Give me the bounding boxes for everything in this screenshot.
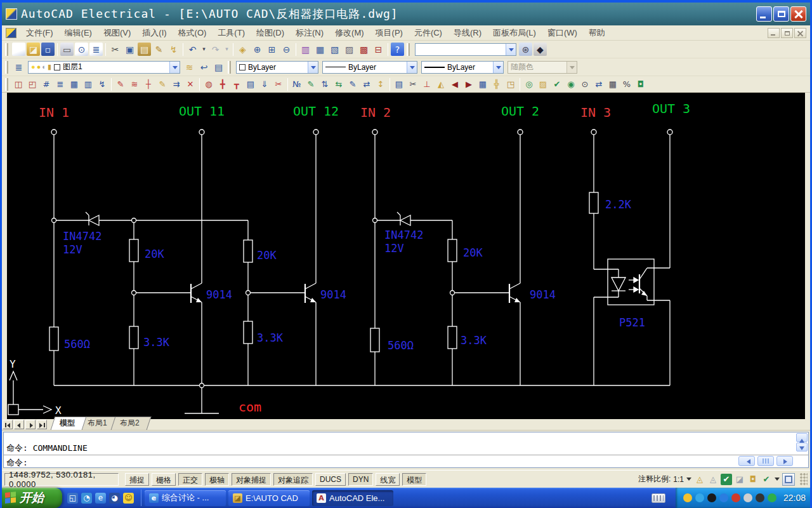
task-forum[interactable]: e 综合讨论 - ... [145,490,226,506]
ae-retag-icon[interactable]: ✔ [551,78,563,91]
doc-close-button[interactable] [794,28,806,38]
sheetset-manager-icon[interactable]: ▨ [343,43,356,56]
toggle-grid[interactable]: 栅格 [152,473,176,486]
toggle-ducs[interactable]: DUCS [315,473,346,486]
menu-component[interactable]: 元件(C) [409,25,448,41]
menu-help[interactable]: 帮助 [583,25,611,41]
performance-cube-icon[interactable]: ◪ [734,474,745,485]
ae-project-manager-icon[interactable]: ◫ [12,78,25,91]
task-autocad[interactable]: A AutoCAD Ele... [312,490,393,506]
chevron-down-icon[interactable] [407,62,417,73]
paste-icon[interactable]: ▤ [138,43,151,56]
scroll-right-button[interactable] [776,456,793,466]
tab-layout2[interactable]: 布局2 [110,417,151,430]
ae-flip-wire-number-icon[interactable]: ↕ [374,78,387,91]
pointer-icon[interactable] [756,493,764,502]
first-tab-button[interactable] [3,420,13,429]
ae-stretch-wire-icon[interactable]: ⇉ [170,78,183,91]
task-explorer[interactable]: ◪ E:\AUTO CAD [228,490,310,506]
redo-icon[interactable]: ↷ [209,43,222,56]
redo-flyout-icon[interactable]: ▾ [223,43,230,56]
ae-edit-wire-number-icon[interactable]: ✎ [304,78,317,91]
ae-component-list-icon[interactable]: ▤ [393,78,405,91]
pan-icon[interactable]: ◈ [236,43,249,56]
ae-panel-grid-icon[interactable]: ╬ [490,78,503,91]
restore-button[interactable] [773,6,789,22]
match-properties-icon[interactable]: ✎ [152,43,166,56]
command-scrollbar[interactable] [796,433,808,452]
menu-edit[interactable]: 编辑(E) [59,25,98,41]
ae-trim-wire-icon[interactable]: ✕ [184,78,197,91]
toggle-snap[interactable]: 捕捉 [125,473,149,486]
layer-previous-icon[interactable]: ↩ [197,60,211,74]
chevron-down-icon[interactable] [308,62,318,73]
cut-icon[interactable]: ✂ [108,43,122,56]
new-icon[interactable] [12,43,25,56]
quickcalc-icon[interactable]: ⊟ [372,43,385,56]
toolbar-grip[interactable] [5,43,8,56]
save-icon[interactable]: ▫ [41,43,55,56]
trusted-dwg-icon[interactable]: ✔ [721,474,732,485]
qq-icon[interactable] [707,493,716,502]
menu-file[interactable]: 文件(F) [20,25,59,41]
menu-insert[interactable]: 插入(I) [136,25,172,41]
ae-block-icon[interactable]: ◆ [534,43,547,56]
ae-pliers-icon[interactable]: ✂ [272,78,285,91]
sogou-dog-icon[interactable] [683,493,692,502]
clean-screen-button[interactable] [782,473,795,486]
annotation-visibility-icon[interactable]: ◬ [694,474,705,485]
lineweight-combo[interactable]: ByLayer [421,61,504,74]
menu-modify[interactable]: 修改(M) [329,25,370,41]
layer-plot-icon[interactable]: ◐ [42,63,46,71]
next-tab-button[interactable] [25,420,36,429]
command-history[interactable]: 命令: COMMANDLINE [4,432,808,455]
minimize-button[interactable] [756,6,772,22]
toggle-ortho[interactable]: 正交 [178,473,202,486]
menu-tools[interactable]: 工具(T) [212,25,251,41]
scroll-down-button[interactable] [796,443,808,451]
annotation-scale-value[interactable]: 1:1 [673,475,684,484]
toggle-lwt[interactable]: 线宽 [376,473,400,486]
doc-restore-button[interactable] [781,28,793,38]
tab-model[interactable]: 模型 [51,417,87,430]
layer-on-icon[interactable]: ● [31,63,36,71]
ae-wire-number-setup-icon[interactable]: # [40,78,53,91]
toolbar-grip[interactable] [5,78,8,91]
ae-swap-wire-number-icon[interactable]: ⇄ [360,78,373,91]
last-tab-button[interactable] [37,420,47,429]
ae-reverse-component-icon[interactable]: ⊥ [421,78,433,91]
ae-new-drawing-icon[interactable]: ◰ [26,78,39,91]
ae-title-block-icon[interactable]: ▦ [606,78,619,91]
close-button[interactable] [790,6,806,22]
hscroll-thumb[interactable] [757,456,774,466]
ae-wire-cross-icon[interactable]: ╋ [216,78,229,91]
ae-settings-icon[interactable]: ⊛ [519,43,532,56]
tray-settings-icon[interactable]: ✔ [761,474,772,485]
ae-move-wire-number-icon[interactable]: ⇆ [332,78,345,91]
properties-icon[interactable]: ▥ [299,43,312,56]
ae-flip-wire-icon[interactable]: ◍ [202,78,215,91]
ae-toggle-nc-icon[interactable]: ◭ [435,78,447,91]
tool-palettes-icon[interactable]: ▧ [328,43,341,56]
ae-multiple-bus-icon[interactable]: ≋ [128,78,141,91]
ae-zoom-lens-icon[interactable]: ⊙ [579,78,591,91]
toolbar-grip[interactable] [407,43,410,56]
toggle-otrack[interactable]: 对象追踪 [273,473,313,486]
markup-set-manager-icon[interactable]: ▩ [357,43,370,56]
tray-dropdown-icon[interactable] [775,478,780,483]
toolbar-lock-icon[interactable]: ◘ [747,474,759,485]
zoom-realtime-icon[interactable]: ⊕ [251,43,264,56]
ae-copy-wire-number-icon[interactable]: ⇅ [318,78,331,91]
open-icon[interactable]: ◪ [27,43,40,56]
ae-edit-ladder-icon[interactable]: ▥ [82,78,95,91]
umbrella-icon[interactable] [768,493,776,502]
ae-circuit-builder-icon[interactable]: ↯ [96,78,108,91]
smiley-icon[interactable]: ☺ [123,493,134,504]
ae-search-combo[interactable] [415,43,516,56]
block-editor-icon[interactable]: ↯ [167,43,180,56]
layer-combo[interactable]: ●●◐▮ 图层1 [28,61,180,74]
wangwang-icon[interactable] [719,493,728,502]
ae-audit-icon[interactable]: ▨ [537,78,549,91]
volume-icon[interactable] [743,493,752,502]
menu-panel-layout[interactable]: 面板布局(L) [487,25,542,41]
